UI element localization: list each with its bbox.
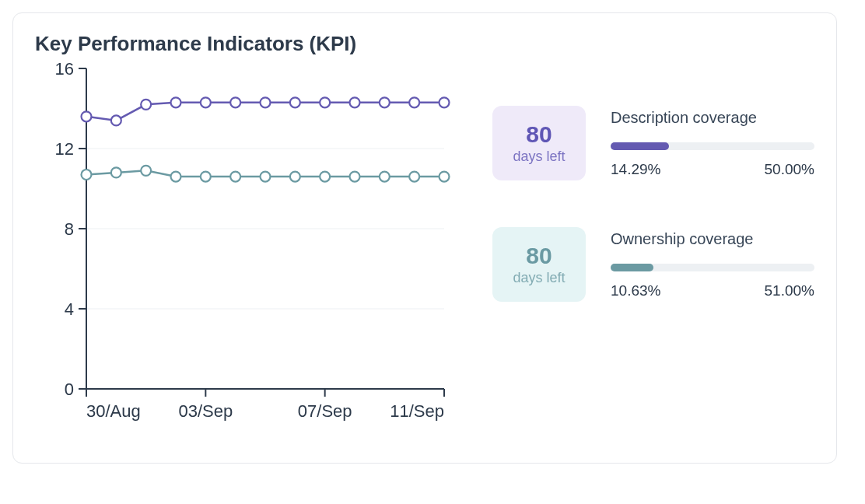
kpi-body: Description coverage 14.29% 50.00% [611,109,814,178]
progress-values: 14.29% 50.00% [611,161,814,178]
svg-point-38 [141,166,151,176]
svg-point-24 [111,115,121,125]
kpi-body: Ownership coverage 10.63% 51.00% [611,230,814,299]
kpi-row-description: 80 days left Description coverage 14.29%… [492,106,814,180]
svg-point-45 [350,172,360,182]
days-left-badge: 80 days left [492,106,586,180]
svg-point-40 [201,172,211,182]
progress-current: 14.29% [611,161,660,178]
progress-bar [611,142,814,150]
progress-values: 10.63% 51.00% [611,282,814,299]
progress-current: 10.63% [611,282,660,299]
svg-point-30 [290,97,300,107]
days-left-value: 80 [526,243,552,270]
svg-point-27 [201,97,211,107]
svg-text:12: 12 [55,139,74,159]
svg-point-26 [171,97,181,107]
kpi-line-chart: 048121630/Aug03/Sep07/Sep11/Sep [35,62,455,436]
svg-point-44 [320,172,330,182]
svg-point-43 [290,172,300,182]
svg-point-32 [350,97,360,107]
svg-point-31 [320,97,330,107]
progress-target: 50.00% [765,161,814,178]
days-left-label: days left [513,270,565,286]
svg-text:16: 16 [55,62,74,79]
svg-point-34 [409,97,419,107]
progress-target: 51.00% [765,282,814,299]
svg-point-28 [230,97,240,107]
days-left-value: 80 [526,121,552,149]
kpi-side-panel: 80 days left Description coverage 14.29%… [492,62,814,436]
svg-point-25 [141,100,151,110]
svg-text:8: 8 [65,219,74,239]
svg-text:11/Sep: 11/Sep [390,401,444,421]
kpi-row-ownership: 80 days left Ownership coverage 10.63% 5… [492,227,814,302]
svg-text:07/Sep: 07/Sep [298,401,352,421]
chart-svg: 048121630/Aug03/Sep07/Sep11/Sep [35,62,455,436]
svg-point-41 [230,172,240,182]
days-left-label: days left [513,149,565,165]
card-title: Key Performance Indicators (KPI) [35,32,814,56]
progress-fill [611,142,669,150]
svg-point-23 [82,111,92,121]
svg-text:0: 0 [65,380,74,399]
svg-point-39 [171,172,181,182]
svg-text:03/Sep: 03/Sep [178,401,233,421]
svg-point-37 [111,167,121,177]
kpi-label: Description coverage [611,109,814,127]
svg-point-47 [409,172,419,182]
kpi-card: Key Performance Indicators (KPI) 0481216… [12,12,837,464]
svg-point-29 [261,97,271,107]
kpi-label: Ownership coverage [611,230,814,248]
svg-point-33 [380,97,390,107]
svg-point-42 [261,172,271,182]
svg-point-46 [380,172,390,182]
svg-point-48 [440,172,450,182]
card-content: 048121630/Aug03/Sep07/Sep11/Sep 80 days … [35,62,814,436]
progress-bar [611,264,814,271]
days-left-badge: 80 days left [492,227,586,302]
svg-point-36 [82,170,92,180]
svg-point-35 [440,97,450,107]
progress-fill [611,264,653,271]
svg-text:30/Aug: 30/Aug [86,401,141,421]
svg-text:4: 4 [65,299,74,319]
